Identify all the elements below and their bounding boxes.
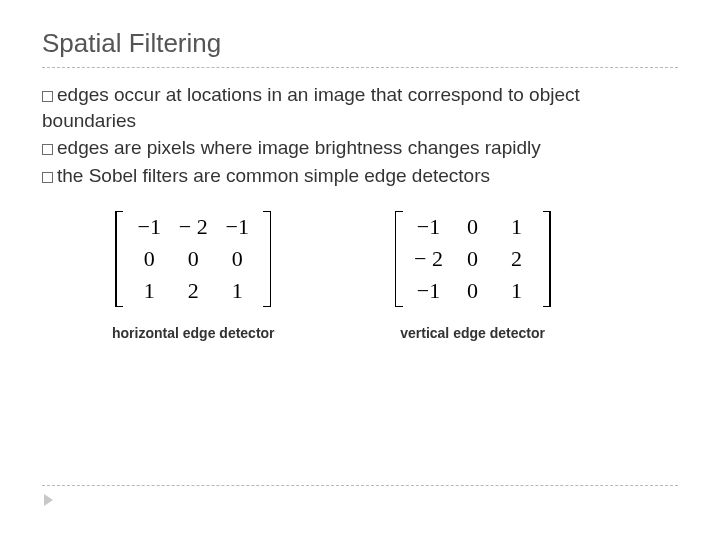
play-arrow-icon [44,494,53,506]
matrix-brackets: −1 − 2 −1 0 0 0 1 2 1 [115,211,271,307]
cell: − 2 [179,214,208,240]
bullet-text: the Sobel filters are common simple edge… [57,165,490,186]
left-bracket-icon [395,211,403,307]
cell: 1 [144,278,155,304]
bullet-box-icon [42,91,53,102]
cell: −1 [138,214,161,240]
cell: 1 [511,214,522,240]
right-bracket-icon [543,211,551,307]
slide: Spatial Filtering edges occur at locatio… [0,0,720,540]
cell: 0 [232,246,243,272]
matrix-caption: horizontal edge detector [112,325,275,341]
cell: 0 [467,214,478,240]
cell: 2 [188,278,199,304]
cell: 0 [188,246,199,272]
matrix-caption: vertical edge detector [400,325,545,341]
cell: −1 [417,278,440,304]
footer-divider [42,485,678,486]
list-item: edges occur at locations in an image tha… [42,82,678,133]
cell: 0 [144,246,155,272]
bullet-box-icon [42,172,53,183]
bullet-list: edges occur at locations in an image tha… [42,82,678,189]
right-bracket-icon [263,211,271,307]
cell: − 2 [414,246,443,272]
cell: 1 [232,278,243,304]
cell: −1 [417,214,440,240]
bullet-text: edges are pixels where image brightness … [57,137,541,158]
cell: 2 [511,246,522,272]
matrix-grid: −1 0 1 − 2 0 2 −1 0 1 [403,211,543,307]
bullet-box-icon [42,144,53,155]
list-item: edges are pixels where image brightness … [42,135,678,161]
matrices-row: −1 − 2 −1 0 0 0 1 2 1 horizontal edge de… [112,211,678,341]
cell: −1 [226,214,249,240]
matrix-grid: −1 − 2 −1 0 0 0 1 2 1 [123,211,263,307]
left-bracket-icon [115,211,123,307]
cell: 0 [467,278,478,304]
cell: 1 [511,278,522,304]
horizontal-matrix: −1 − 2 −1 0 0 0 1 2 1 horizontal edge de… [112,211,275,341]
matrix-brackets: −1 0 1 − 2 0 2 −1 0 1 [395,211,551,307]
list-item: the Sobel filters are common simple edge… [42,163,678,189]
page-title: Spatial Filtering [42,28,678,68]
vertical-matrix: −1 0 1 − 2 0 2 −1 0 1 vertical edge dete… [395,211,551,341]
bullet-text: edges occur at locations in an image tha… [42,84,580,131]
cell: 0 [467,246,478,272]
